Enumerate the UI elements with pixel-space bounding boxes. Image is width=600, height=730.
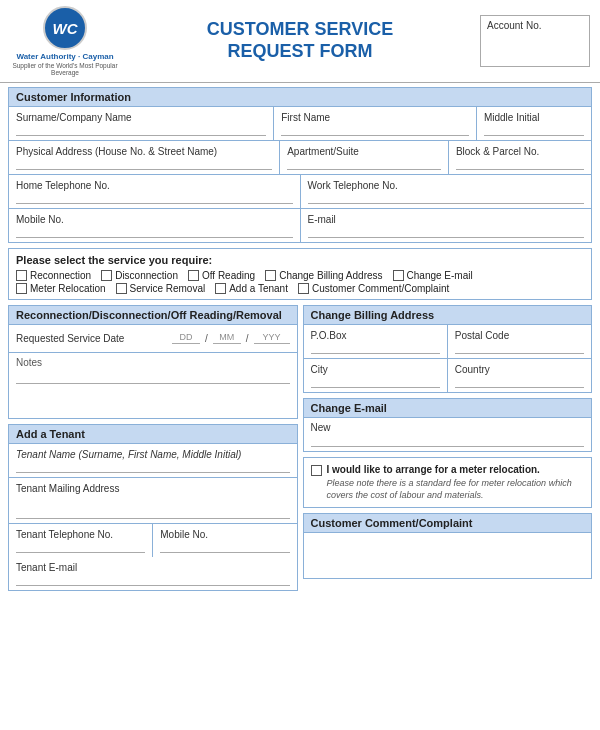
logo-name: Water Authority · Cayman: [16, 52, 113, 62]
city-cell: City: [304, 359, 448, 392]
tenant-name-field: Tenant Name (Surname, First Name, Middle…: [9, 444, 297, 478]
checkbox-disconnection[interactable]: Disconnection: [101, 270, 178, 281]
off-reading-box[interactable]: [188, 270, 199, 281]
customer-info-section: Customer Information Surname/Company Nam…: [8, 87, 592, 243]
tenant-header: Add a Tenant: [9, 425, 297, 444]
tenant-email-label: Tenant E-mail: [16, 562, 77, 573]
checkbox-reconnection[interactable]: Reconnection: [16, 270, 91, 281]
mobile-email-row: Mobile No. E-mail: [9, 209, 591, 242]
tenant-name-label: Tenant Name (Surname, First Name, Middle…: [16, 449, 241, 460]
surname-cell: Surname/Company Name: [9, 107, 274, 140]
meter-section: I would like to arrange for a meter relo…: [303, 457, 593, 508]
block-parcel-input[interactable]: [456, 160, 584, 170]
tenant-name-input[interactable]: [16, 463, 290, 473]
apartment-label: Apartment/Suite: [287, 145, 441, 158]
firstname-input[interactable]: [281, 126, 469, 136]
email-input[interactable]: [308, 228, 585, 238]
mobile-input[interactable]: [16, 228, 293, 238]
date-sep-1: /: [205, 333, 208, 344]
date-dd[interactable]: DD: [172, 332, 200, 344]
telephone-row: Home Telephone No. Work Telephone No.: [9, 175, 591, 209]
complaint-area[interactable]: [304, 533, 592, 578]
work-tel-label: Work Telephone No.: [308, 179, 585, 192]
disconnection-box[interactable]: [101, 270, 112, 281]
apartment-input[interactable]: [287, 160, 441, 170]
add-tenant-box[interactable]: [215, 283, 226, 294]
firstname-label: First Name: [281, 111, 469, 124]
checkbox-add-tenant[interactable]: Add a Tenant: [215, 283, 288, 294]
physical-address-input[interactable]: [16, 160, 272, 170]
tenant-email-input[interactable]: [16, 576, 290, 586]
tenant-email-field: Tenant E-mail: [9, 557, 297, 590]
requested-date-label: Requested Service Date: [16, 333, 169, 344]
country-label: Country: [455, 363, 584, 376]
surname-label: Surname/Company Name: [16, 111, 266, 124]
mobile-label: Mobile No.: [16, 213, 293, 226]
home-tel-input[interactable]: [16, 194, 293, 204]
billing-section: Change Billing Address P.O.Box Postal Co…: [303, 305, 593, 393]
notes-input[interactable]: [16, 374, 290, 384]
block-parcel-cell: Block & Parcel No.: [449, 141, 591, 174]
meter-checkbox-area[interactable]: I would like to arrange for a meter relo…: [311, 463, 585, 502]
tenant-phone-row: Tenant Telephone No. Mobile No.: [9, 524, 297, 557]
pobox-input[interactable]: [311, 344, 440, 354]
email-cell: E-mail: [301, 209, 592, 242]
checkbox-customer-comment[interactable]: Customer Comment/Complaint: [298, 283, 449, 294]
checkbox-off-reading[interactable]: Off Reading: [188, 270, 255, 281]
customer-comment-label: Customer Comment/Complaint: [312, 283, 449, 294]
date-mm[interactable]: MM: [213, 332, 241, 344]
middleinitial-cell: Middle Initial: [477, 107, 591, 140]
logo-area: WC Water Authority · Cayman Supplier of …: [10, 6, 120, 76]
surname-input[interactable]: [16, 126, 266, 136]
logo-circle: WC: [43, 6, 87, 50]
email-header: Change E-mail: [304, 399, 592, 418]
complaint-header: Customer Comment/Complaint: [304, 514, 592, 533]
city-label: City: [311, 363, 440, 376]
checkbox-row-2: Meter Relocation Service Removal Add a T…: [16, 283, 584, 294]
tenant-tel-cell: Tenant Telephone No.: [9, 524, 153, 557]
tenant-tel-input[interactable]: [16, 543, 145, 553]
page-header: WC Water Authority · Cayman Supplier of …: [0, 0, 600, 83]
email-label: E-mail: [308, 213, 585, 226]
postal-code-cell: Postal Code: [448, 325, 591, 358]
reconnection-box[interactable]: [16, 270, 27, 281]
country-input[interactable]: [455, 378, 584, 388]
meter-bold-text: I would like to arrange for a meter relo…: [327, 463, 585, 477]
tenant-address-input[interactable]: [16, 509, 290, 519]
work-tel-input[interactable]: [308, 194, 585, 204]
customer-comment-box[interactable]: [298, 283, 309, 294]
city-input[interactable]: [311, 378, 440, 388]
form-body: Customer Information Surname/Company Nam…: [0, 83, 600, 600]
off-reading-label: Off Reading: [202, 270, 255, 281]
change-email-label: Change E-mail: [407, 270, 473, 281]
logo-tagline: Supplier of the World's Most Popular Bev…: [10, 62, 120, 76]
new-email-input[interactable]: [311, 437, 585, 447]
billing-header: Change Billing Address: [304, 306, 592, 325]
pobox-row: P.O.Box Postal Code: [304, 325, 592, 359]
change-billing-label: Change Billing Address: [279, 270, 382, 281]
checkbox-change-billing[interactable]: Change Billing Address: [265, 270, 382, 281]
checkbox-meter-relocation[interactable]: Meter Relocation: [16, 283, 106, 294]
country-cell: Country: [448, 359, 591, 392]
tenant-mobile-input[interactable]: [160, 543, 289, 553]
service-removal-label: Service Removal: [130, 283, 206, 294]
physical-address-cell: Physical Address (House No. & Street Nam…: [9, 141, 280, 174]
logo-initials: WC: [53, 20, 78, 37]
account-label: Account No.: [487, 20, 541, 31]
meter-checkbox-box[interactable]: [311, 465, 322, 476]
change-billing-box[interactable]: [265, 270, 276, 281]
change-email-box[interactable]: [393, 270, 404, 281]
service-removal-box[interactable]: [116, 283, 127, 294]
service-select-section: Please select the service you require: R…: [8, 248, 592, 300]
meter-relocation-box[interactable]: [16, 283, 27, 294]
middleinitial-input[interactable]: [484, 126, 584, 136]
service-select-header: Please select the service you require:: [16, 254, 584, 266]
date-row: Requested Service Date DD / MM / YYY: [9, 325, 297, 353]
form-title-line2: REQUEST FORM: [120, 41, 480, 63]
date-yyyy[interactable]: YYY: [254, 332, 290, 344]
checkbox-change-email[interactable]: Change E-mail: [393, 270, 473, 281]
pobox-label: P.O.Box: [311, 329, 440, 342]
postal-code-input[interactable]: [455, 344, 584, 354]
checkbox-service-removal[interactable]: Service Removal: [116, 283, 206, 294]
account-box: Account No.: [480, 15, 590, 67]
